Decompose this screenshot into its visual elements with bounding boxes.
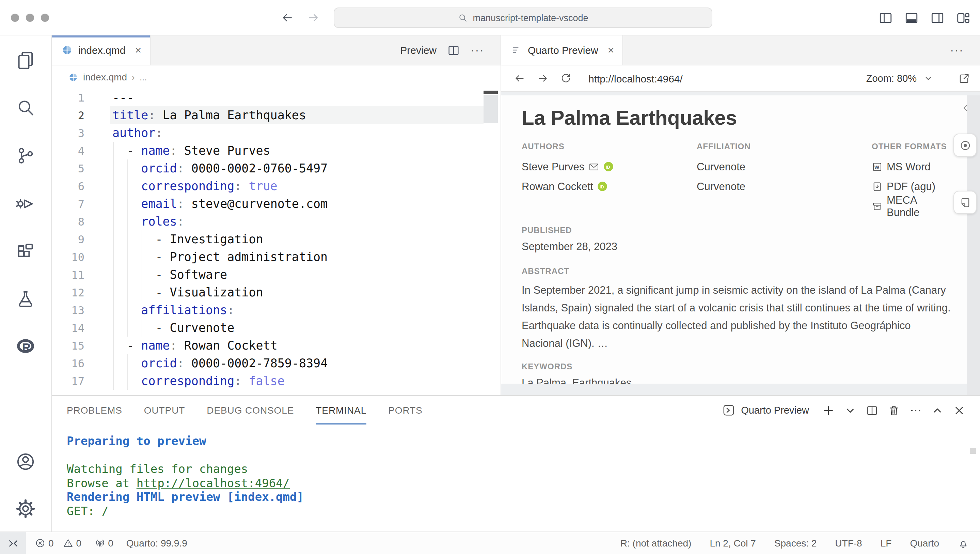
status-item[interactable]: Spaces: 2 xyxy=(774,538,817,549)
code-line[interactable]: 7 email: steve@curvenote.com xyxy=(52,195,501,212)
terminal-instance[interactable]: Quarto Preview xyxy=(722,403,809,417)
refresh-icon[interactable] xyxy=(560,72,572,85)
more-icon[interactable] xyxy=(909,404,922,417)
collapse-rail-button[interactable] xyxy=(958,100,972,115)
status-item[interactable]: R: (not attached) xyxy=(620,538,692,549)
history-forward-icon[interactable] xyxy=(307,11,320,24)
format-link[interactable]: MECA Bundle xyxy=(872,196,951,216)
code-line[interactable]: 12 - Visualization xyxy=(52,284,501,301)
code-line[interactable]: 16 orcid: 0000-0002-7859-8394 xyxy=(52,354,501,372)
split-editor-icon[interactable] xyxy=(447,43,460,57)
tab-index-qmd[interactable]: index.qmd × xyxy=(52,35,150,65)
open-external-icon[interactable] xyxy=(958,72,970,85)
panel-tab-ports[interactable]: PORTS xyxy=(388,396,422,425)
remote-indicator[interactable] xyxy=(0,532,26,554)
panel-tab-debug-console[interactable]: DEBUG CONSOLE xyxy=(207,396,294,425)
notes-button[interactable] xyxy=(953,191,977,214)
status-item[interactable]: Quarto xyxy=(910,538,939,549)
window-controls[interactable] xyxy=(11,14,49,22)
editor-scrollbar[interactable] xyxy=(484,95,498,123)
history-back-icon[interactable] xyxy=(281,11,294,24)
line-number: 9 xyxy=(52,233,94,246)
format-link[interactable]: PDF (agu) xyxy=(872,177,951,196)
split-editor-icon[interactable] xyxy=(865,404,878,417)
panel-tab-terminal[interactable]: TERMINAL xyxy=(316,396,366,425)
panel-right-icon[interactable] xyxy=(930,10,945,26)
code-text: - Software xyxy=(112,268,227,281)
close-icon[interactable]: × xyxy=(135,44,141,56)
author-entry: Rowan CockettiD xyxy=(522,177,697,196)
line-number: 4 xyxy=(52,144,94,157)
window-dot[interactable] xyxy=(41,14,49,22)
status-item[interactable]: LF xyxy=(881,538,892,549)
sidebar-item-settings-gear[interactable] xyxy=(11,493,41,523)
panel-tab-output[interactable]: OUTPUT xyxy=(144,396,185,425)
preview-url[interactable]: http://localhost:4964/ xyxy=(589,73,683,84)
panel-tab-problems[interactable]: PROBLEMS xyxy=(67,396,122,425)
sidebar-item-testing[interactable] xyxy=(11,284,41,313)
orcid-icon[interactable]: iD xyxy=(597,181,608,192)
more-actions-icon[interactable]: ··· xyxy=(950,43,964,57)
preview-button[interactable]: Preview xyxy=(400,44,436,56)
window-dot[interactable] xyxy=(26,14,34,22)
window-dot[interactable] xyxy=(11,14,19,22)
sidebar-item-account[interactable] xyxy=(11,446,41,476)
terminal-line: Watching files for changes xyxy=(67,462,980,476)
forward-icon[interactable] xyxy=(537,72,549,85)
chevron-down-icon[interactable] xyxy=(844,404,857,417)
code-line[interactable]: 10 - Project administration xyxy=(52,248,501,266)
code-line[interactable]: 6 corresponding: true xyxy=(52,177,501,195)
code-editor[interactable]: 1---2title: La Palma Earthquakes3author:… xyxy=(52,89,501,395)
code-line[interactable]: 5 orcid: 0000-0002-0760-5497 xyxy=(52,160,501,177)
code-line[interactable]: 14 - Curvenote xyxy=(52,319,501,337)
breadcrumb[interactable]: index.qmd › ... xyxy=(52,65,501,89)
status-item[interactable]: Ln 2, Col 7 xyxy=(710,538,756,549)
sidebar-item-r-lang[interactable]: R xyxy=(11,331,41,361)
more-actions-icon[interactable]: ··· xyxy=(471,43,484,57)
chevron-up-icon[interactable] xyxy=(931,404,944,417)
code-line[interactable]: 1--- xyxy=(52,89,501,106)
code-line[interactable]: 9 - Investigation xyxy=(52,230,501,248)
breadcrumb-file[interactable]: index.qmd xyxy=(83,72,127,83)
zoom-dropdown[interactable]: Zoom: 80% xyxy=(866,73,933,84)
add-icon[interactable] xyxy=(822,404,835,417)
code-line[interactable]: 13 affiliations: xyxy=(52,301,501,319)
close-icon[interactable] xyxy=(953,404,966,417)
status-item[interactable]: 0 xyxy=(94,538,113,549)
code-line[interactable]: 4 - name: Steve Purves xyxy=(52,142,501,160)
sidebar-item-run-debug[interactable] xyxy=(11,188,41,218)
tab-quarto-preview[interactable]: Quarto Preview × xyxy=(501,35,623,65)
sidebar-item-search[interactable] xyxy=(11,93,41,123)
code-line[interactable]: 8 roles: xyxy=(52,212,501,230)
format-link[interactable]: WMS Word xyxy=(872,157,951,177)
code-line[interactable]: 11 - Software xyxy=(52,266,501,284)
terminal-link[interactable]: http://localhost:4964/ xyxy=(137,476,290,490)
sidebar-item-files-explorer[interactable] xyxy=(11,45,41,75)
sidebar-item-extensions[interactable] xyxy=(11,236,41,266)
status-item[interactable] xyxy=(958,537,969,549)
keywords-label: KEYWORDS xyxy=(522,362,951,371)
envelope-icon[interactable] xyxy=(589,161,599,172)
panel-bottom-icon[interactable] xyxy=(904,10,920,26)
back-icon[interactable] xyxy=(514,72,526,85)
command-center-search[interactable]: manuscript-template-vscode xyxy=(334,8,712,28)
panel-left-icon[interactable] xyxy=(878,10,894,26)
code-line[interactable]: 2title: La Palma Earthquakes xyxy=(52,106,501,124)
breadcrumb-more[interactable]: ... xyxy=(140,72,147,82)
sidebar-item-source-control[interactable] xyxy=(11,140,41,170)
code-line[interactable]: 3author: xyxy=(52,124,501,142)
trash-icon[interactable] xyxy=(888,404,900,417)
code-text: affiliations: xyxy=(112,303,234,317)
status-item[interactable]: 0 xyxy=(35,538,54,549)
status-item[interactable]: Quarto: 99.9.9 xyxy=(126,538,187,549)
panel-scrollbar[interactable] xyxy=(970,448,976,454)
focus-mode-button[interactable] xyxy=(953,134,977,157)
status-item[interactable]: 0 xyxy=(63,538,82,549)
status-item[interactable]: UTF-8 xyxy=(835,538,862,549)
terminal-output[interactable]: Preparing to preview Watching files for … xyxy=(52,425,980,518)
code-line[interactable]: 17 corresponding: false xyxy=(52,372,501,390)
orcid-icon[interactable]: iD xyxy=(603,161,614,172)
layout-customize-icon[interactable] xyxy=(956,10,971,26)
code-line[interactable]: 15 - name: Rowan Cockett xyxy=(52,337,501,354)
close-icon[interactable]: × xyxy=(608,44,614,56)
